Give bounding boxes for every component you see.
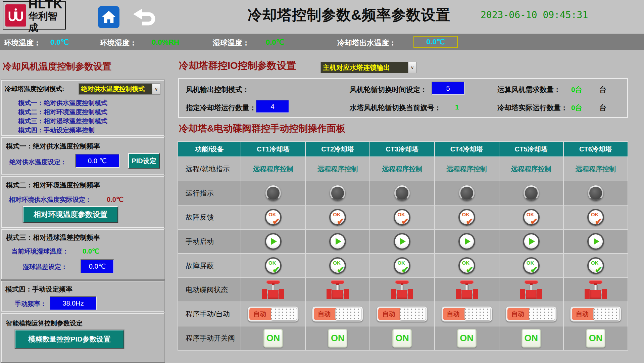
keypad-icon — [400, 308, 426, 320]
assigned-count-label: 指定冷却塔运行数量： — [186, 103, 256, 112]
manual-start-button-ct3[interactable] — [394, 233, 410, 250]
mode2-actual-label: 相对环境供水温度实际设定： — [9, 195, 92, 204]
remote-status-ct6: 远程程序控制 — [576, 165, 616, 174]
col-header-ct2: CT2冷却塔 — [306, 142, 369, 156]
logo: HLTK 华利智成 — [3, 1, 66, 30]
check-icon: ✔ — [337, 266, 345, 275]
fault-mask-button-ct5[interactable]: OK✔ — [523, 257, 540, 274]
link-output-select[interactable]: 主机对应水塔连锁输出 ∨ — [320, 62, 416, 73]
row-label-fault-feedback: 故障反馈 — [178, 206, 241, 229]
io-parameter-box: 风机输出控制模式： 风机轮循切换时间设定： 5 运算风机需求数量： 0台 台 指… — [178, 78, 628, 118]
valve-on-button-ct5[interactable]: ON — [522, 329, 541, 348]
pid-setting-button[interactable]: PID设定 — [128, 153, 160, 169]
manual-auto-toggle-ct2[interactable]: 自动 — [312, 306, 363, 322]
valve-on-button-ct4[interactable]: ON — [457, 329, 477, 348]
play-icon — [400, 238, 406, 245]
fan-demand-value: 0台 — [571, 85, 582, 94]
page-title: 冷却塔控制参数&频率参数设置 — [208, 5, 490, 25]
valve-on-button-ct3[interactable]: ON — [392, 329, 412, 348]
manual-start-button-ct5[interactable] — [523, 233, 540, 250]
check-icon: ✔ — [272, 217, 280, 226]
manual-auto-toggle-ct4[interactable]: 自动 — [441, 306, 492, 322]
manual-control-table: 功能/设备 CT1冷却塔 CT2冷却塔 CT3冷却塔 CT4冷却塔 CT5冷却塔… — [178, 141, 628, 351]
ambient-temp-label: 环境温度： — [4, 38, 41, 48]
manual-auto-toggle-ct1[interactable]: 自动 — [248, 306, 299, 322]
mode3-diff-label: 湿球温差设定： — [23, 263, 67, 271]
check-icon: ✔ — [401, 217, 409, 226]
mode3-title: 模式三：相对湿球温差控制频率 — [6, 233, 100, 242]
back-button[interactable] — [133, 8, 159, 28]
manual-start-button-ct1[interactable] — [265, 233, 282, 250]
remote-status-ct5: 远程程序控制 — [511, 165, 551, 174]
mode-list-item-2: 模式二：相对环境温度控制模式 — [18, 108, 107, 117]
valve-on-button-ct1[interactable]: ON — [263, 329, 283, 348]
left-panel-title: 冷却风机温度控制参数设置 — [3, 60, 111, 73]
rotate-time-input[interactable]: 5 — [432, 82, 464, 95]
col-header-ct1: CT1冷却塔 — [241, 142, 305, 156]
manual-auto-toggle-ct6[interactable]: 自动 — [570, 306, 621, 322]
run-lamp-icon-ct1 — [265, 185, 281, 201]
relative-ambient-params-button[interactable]: 相对环境温度参数设置 — [23, 206, 118, 223]
mode-list-item-1: 模式一：绝对供水温度控制模式 — [18, 99, 107, 107]
fault-mask-button-ct2[interactable]: OK✔ — [329, 257, 346, 274]
fault-mask-button-ct3[interactable]: OK✔ — [394, 257, 410, 274]
play-icon — [465, 238, 470, 245]
chevron-down-icon: ∨ — [408, 62, 416, 73]
manual-start-button-ct6[interactable] — [587, 233, 604, 250]
fault-mask-button-ct6[interactable]: OK✔ — [587, 257, 604, 274]
manual-start-button-ct4[interactable] — [458, 233, 475, 250]
manual-panel-title: 冷却塔&电动碟阀群控手动控制操作面板 — [179, 122, 345, 135]
mode2-group: 模式二：相对环境温度控制频率 相对环境供水温度实际设定： 0.0℃ 相对环境温度… — [1, 176, 164, 228]
mode1-set-label: 绝对供水温度设定： — [9, 158, 67, 167]
check-icon: ✔ — [530, 217, 538, 226]
back-arrow-icon — [133, 9, 159, 28]
brand-mark-icon — [5, 4, 26, 27]
status-bar: 环境温度： 0.0℃ 环境湿度： 0.0%RH 湿球温度： 0.0℃ 冷却塔出水… — [0, 34, 644, 50]
fuzzy-title: 智能模糊运算控制参数设定 — [6, 319, 83, 328]
io-panel-title: 冷却塔群控IO控制参数设置 — [179, 59, 296, 73]
valve-on-button-ct2[interactable]: ON — [328, 329, 347, 348]
fault-feedback-ok-icon-ct4: OK✔ — [458, 209, 475, 226]
wetbulb-temp-label: 湿球温度： — [213, 38, 250, 48]
row-label-manual-auto: 程序手动/自动 — [178, 302, 241, 326]
manual-frequency-input[interactable]: 38.0Hz — [50, 296, 97, 310]
butterfly-valve-icon-ct4 — [456, 280, 478, 300]
fan-output-mode-label: 风机输出控制模式： — [186, 85, 249, 94]
fault-feedback-ok-icon-ct5: OK✔ — [523, 209, 540, 226]
manual-start-button-ct2[interactable] — [329, 233, 346, 250]
fan-demand-label: 运算风机需求数量： — [497, 85, 561, 94]
wetbulb-diff-input[interactable]: 0.0℃ — [81, 259, 114, 273]
temp-control-mode-select[interactable]: 绝对供水温度控制模式 ∨ — [79, 83, 160, 95]
run-lamp-icon-ct5 — [524, 185, 539, 201]
row-label-manual-start: 手动启动 — [178, 230, 241, 253]
home-button[interactable] — [98, 6, 119, 28]
fault-mask-button-ct1[interactable]: OK✔ — [265, 257, 282, 274]
check-icon: ✔ — [401, 266, 409, 275]
run-lamp-icon-ct6 — [588, 185, 603, 201]
mode1-group: 模式一：绝对供水温度控制频率 绝对供水温度设定： 0.0 ℃ PID设定 — [1, 137, 164, 175]
manual-auto-toggle-ct3[interactable]: 自动 — [377, 306, 428, 322]
col-header-ct5: CT5冷却塔 — [499, 142, 563, 156]
fan-demand-unit: 台 — [599, 85, 606, 94]
manual-auto-toggle-ct5[interactable]: 自动 — [506, 306, 557, 322]
actual-count-label: 冷却塔实际运行数量： — [497, 103, 568, 112]
valve-on-button-ct6[interactable]: ON — [586, 329, 605, 348]
logo-main-text: HLTK — [28, 0, 65, 10]
fault-mask-button-ct4[interactable]: OK✔ — [458, 257, 475, 274]
wetbulb-temp-value: 0.0℃ — [266, 38, 284, 47]
mode1-title: 模式一：绝对供水温度控制频率 — [6, 142, 100, 151]
keypad-icon — [529, 308, 555, 320]
fault-feedback-ok-icon-ct1: OK✔ — [265, 209, 282, 226]
fault-feedback-ok-icon-ct3: OK✔ — [394, 209, 410, 226]
logo-sub-text: 华利智成 — [28, 10, 65, 33]
logo-text: HLTK 华利智成 — [28, 0, 65, 33]
hmi-screen: HLTK 华利智成 冷却塔控制参数&频率参数设置 2023-06-10 09:4… — [0, 0, 644, 363]
fuzzy-pid-params-button[interactable]: 模糊数量控控PID参数设置 — [15, 330, 124, 349]
butterfly-valve-icon-ct2 — [327, 280, 349, 300]
header: HLTK 华利智成 冷却塔控制参数&频率参数设置 2023-06-10 09:4… — [0, 0, 644, 34]
mode1-temp-input[interactable]: 0.0 ℃ — [75, 154, 119, 168]
col-header-function: 功能/设备 — [178, 142, 241, 156]
chevron-down-icon: ∨ — [152, 84, 160, 94]
assigned-count-input[interactable]: 4 — [256, 100, 289, 113]
rotate-flag-label: 水塔风机轮循切换当前旗号： — [350, 103, 441, 112]
